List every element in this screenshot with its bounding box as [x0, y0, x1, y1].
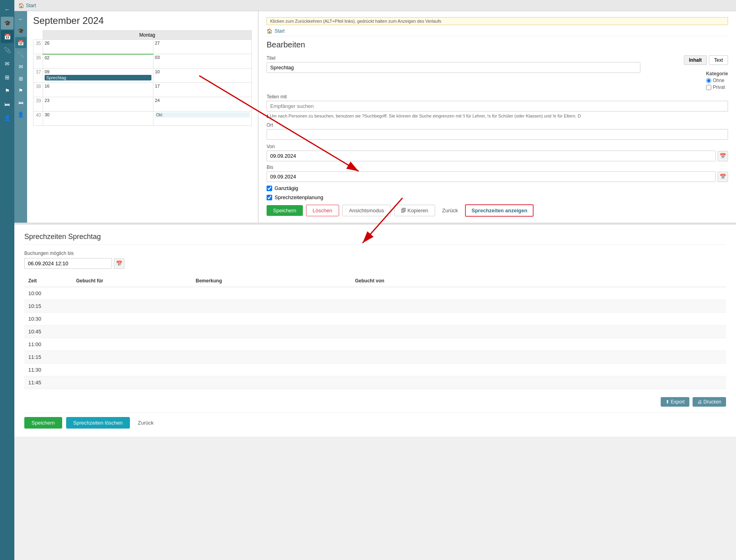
s-bed-icon[interactable]: 🛏: [15, 97, 26, 108]
sprechzeitenplanung-row: Sprechzeitenplanung: [267, 194, 728, 200]
col-gebucht-von: Gebucht von: [351, 275, 726, 287]
table-row: 11:15: [24, 351, 726, 364]
table-row: 11:00: [24, 338, 726, 351]
tab-text[interactable]: Text: [709, 55, 728, 65]
buchungen-calendar-icon[interactable]: 📅: [114, 258, 124, 269]
s-mail-icon[interactable]: ✉: [15, 61, 26, 72]
empfaenger-input[interactable]: [267, 101, 728, 112]
ganztaegig-row: Ganztägig: [267, 185, 728, 191]
col-zeit: Zeit: [24, 275, 72, 287]
sprechzeiten-anzeigen-button[interactable]: Sprechzeiten anzeigen: [465, 204, 534, 217]
tabs-row: Inhalt Text: [684, 55, 728, 65]
privat-checkbox[interactable]: [706, 85, 711, 90]
sprechtag-event[interactable]: Sprechtag: [45, 75, 151, 80]
s-graduation-icon[interactable]: 🎓: [15, 25, 26, 36]
title-input[interactable]: [267, 62, 640, 73]
s-person-icon[interactable]: 👤: [15, 109, 26, 120]
von-row: 📅: [267, 151, 728, 161]
von-label: Von: [267, 144, 728, 149]
action-buttons: Speichern Löschen Ansichtsmodus 🗐 Kopier…: [267, 204, 728, 217]
ort-input[interactable]: [267, 129, 728, 140]
s-calendar-icon[interactable]: 📅: [15, 37, 26, 48]
bottom-zurueck-button[interactable]: Zurück: [134, 417, 158, 429]
sidebar-graduation-icon[interactable]: 🎓: [1, 17, 14, 29]
sprechzeiten-section: Sprechzeiten Sprechtag Buchungen möglich…: [14, 223, 736, 437]
edit-panel: Klicken zum Zurückkehren (ALT+Pfeil link…: [258, 11, 736, 223]
bis-input[interactable]: [267, 171, 716, 182]
zurueck-button[interactable]: Zurück: [438, 205, 462, 216]
col-gebucht-fuer: Gebucht für: [72, 275, 192, 287]
main-sidebar: ← 🎓 📅 📎 ✉ ⊞ ⚑ 🛏 👤: [0, 0, 14, 560]
table-row: 10:00: [24, 287, 726, 300]
sprechzeitenplanung-label: Sprechzeitenplanung: [275, 194, 323, 200]
export-icon: ⬆: [665, 399, 669, 405]
privat-label: Privat: [713, 84, 725, 90]
ganztaegig-label: Ganztägig: [275, 185, 298, 191]
kopieren-button[interactable]: 🗐 Kopieren: [394, 205, 435, 216]
bis-calendar-icon[interactable]: 📅: [718, 172, 728, 182]
table-row: 10:45: [24, 325, 726, 338]
breadcrumb: 🏠 Start: [267, 28, 728, 36]
calendar-week-row: 39 23 24: [33, 97, 252, 112]
bis-row: 📅: [267, 171, 728, 182]
sprechzeiten-loeschen-button[interactable]: Sprechzeiten löschen: [66, 417, 130, 429]
sidebar-mail-icon[interactable]: ✉: [1, 57, 14, 70]
kategorie-label: Kategorie: [706, 71, 728, 76]
print-icon: 🖨: [697, 399, 702, 405]
home-breadcrumb-icon: 🏠: [267, 28, 273, 34]
speichern-button[interactable]: Speichern: [267, 205, 303, 216]
ohne-option[interactable]: Ohne: [706, 78, 728, 83]
buchungen-label: Buchungen möglich bis: [24, 251, 726, 256]
calendar-week-row: 38 16 17: [33, 83, 252, 97]
s-grid-icon[interactable]: ⊞: [15, 73, 26, 84]
calendar-week-row: 35 26 27: [33, 40, 252, 54]
table-row: 11:30: [24, 364, 726, 376]
bottom-speichern-button[interactable]: Speichern: [24, 417, 62, 429]
sidebar-bed-icon[interactable]: 🛏: [1, 98, 14, 111]
calendar-week-row: 37 09 Sprechtag 10: [33, 69, 252, 83]
edit-heading: Bearbeiten: [267, 40, 728, 49]
von-calendar-icon[interactable]: 📅: [718, 151, 728, 161]
home-label[interactable]: Start: [26, 3, 36, 8]
teilen-label: Teilen mit: [267, 94, 728, 100]
calendar-week-row: 40 30 Okt: [33, 112, 252, 126]
buchungen-input[interactable]: [24, 258, 112, 269]
s-back-icon[interactable]: ←: [15, 13, 26, 24]
table-row: 11:45: [24, 376, 726, 389]
bottom-action-row: Speichern Sprechzeiten löschen Zurück: [24, 413, 726, 429]
export-button[interactable]: ⬆ Export: [661, 397, 689, 407]
sidebar-back-icon[interactable]: ←: [1, 3, 14, 16]
sprechzeiten-table: Zeit Gebucht für Bemerkung Gebucht von 1…: [24, 275, 726, 389]
titel-label: Titel: [267, 55, 640, 61]
s-flag-icon[interactable]: ⚑: [15, 85, 26, 96]
col-bemerkung: Bemerkung: [192, 275, 351, 287]
bottom-right-buttons: ⬆ Export 🖨 Drucken: [24, 397, 726, 407]
sidebar-person-icon[interactable]: 👤: [1, 112, 14, 124]
second-sidebar: ← 🎓 📅 📎 ✉ ⊞ ⚑ 🛏 👤: [14, 11, 27, 223]
s-paperclip-icon[interactable]: 📎: [15, 49, 26, 60]
col-montag: Montag: [43, 31, 252, 40]
home-icon: 🏠: [18, 3, 24, 8]
sidebar-grid-icon[interactable]: ⊞: [1, 71, 14, 84]
home-nav[interactable]: 🏠 Start: [18, 3, 36, 8]
sidebar-calendar-icon[interactable]: 📅: [1, 30, 14, 43]
tab-inhalt[interactable]: Inhalt: [684, 55, 707, 65]
buchungen-row: 📅: [24, 258, 726, 269]
search-hint: ℹ Um nach Personen zu besuchen, benutzen…: [267, 114, 728, 119]
back-tooltip: Klicken zum Zurückkehren (ALT+Pfeil link…: [267, 17, 728, 25]
calendar-grid: Montag 35 26 27 36 02 03: [33, 30, 252, 126]
breadcrumb-home[interactable]: Start: [275, 28, 285, 34]
ganztaegig-checkbox[interactable]: [267, 186, 272, 191]
table-row: 10:15: [24, 300, 726, 313]
sprechzeiten-title: Sprechzeiten Sprechtag: [24, 233, 726, 245]
bis-label: Bis: [267, 164, 728, 170]
loeschen-button[interactable]: Löschen: [306, 205, 339, 216]
von-input[interactable]: [267, 151, 716, 161]
print-button[interactable]: 🖨 Drucken: [693, 397, 726, 407]
calendar-section: September 2024 Montag 35 26 27: [27, 11, 258, 223]
oct-label: Okt: [155, 112, 250, 117]
sidebar-flag-icon[interactable]: ⚑: [1, 84, 14, 97]
sidebar-paperclip-icon[interactable]: 📎: [1, 44, 14, 57]
sprechzeitenplanung-checkbox[interactable]: [267, 195, 272, 200]
ansichtsmodus-button[interactable]: Ansichtsmodus: [342, 205, 391, 216]
